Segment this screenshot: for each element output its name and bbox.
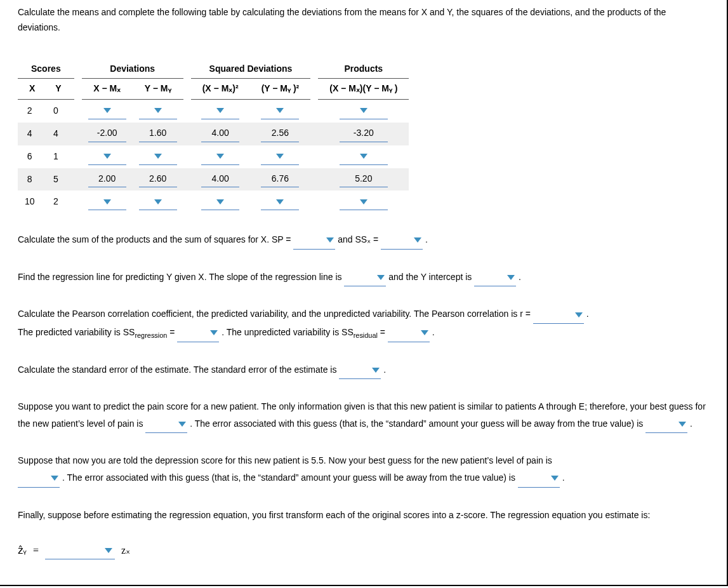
chevron-down-icon: [216, 199, 224, 204]
hdr-products: Products: [318, 58, 409, 79]
question-std-error: Calculate the standard error of the esti…: [18, 361, 709, 380]
question-zscore: Finally, suppose before estimating the r…: [18, 507, 709, 524]
chevron-down-icon: [103, 199, 111, 204]
chevron-down-icon: [105, 548, 112, 553]
chevron-down-icon: [154, 199, 162, 204]
chevron-down-icon: [575, 312, 583, 317]
dropdown-prod[interactable]: [340, 103, 388, 119]
dropdown-best-guess-2[interactable]: [18, 469, 60, 488]
dropdown-xmx[interactable]: [88, 194, 126, 210]
hdr-deviations: Deviations: [82, 58, 183, 79]
cell-x: 8: [18, 168, 44, 191]
cell-x: 10: [18, 190, 44, 213]
deviations-table: Scores Deviations Squared Deviations Pro…: [18, 58, 409, 214]
question-pearson: Calculate the Pearson correlation coeffi…: [18, 305, 709, 342]
dropdown-ymy2[interactable]: [261, 194, 299, 210]
chevron-down-icon: [216, 108, 224, 113]
chevron-down-icon: [421, 330, 428, 335]
table-row: 44-2.001.604.002.56-3.20: [18, 123, 409, 145]
col-ymy2: (Y − Mᵧ )²: [250, 79, 311, 100]
dropdown-r[interactable]: [533, 305, 584, 324]
cell-y: 4: [44, 123, 74, 145]
dropdown-prod[interactable]: 5.20: [340, 171, 388, 188]
dropdown-ymy2[interactable]: 6.76: [261, 171, 299, 188]
chevron-down-icon: [326, 237, 334, 243]
table-row: 61: [18, 145, 409, 168]
chevron-down-icon: [216, 154, 224, 159]
question-sp-ssx: Calculate the sum of the products and th…: [18, 231, 709, 250]
dropdown-intercept[interactable]: [474, 269, 516, 287]
dropdown-ymy2[interactable]: [261, 103, 299, 119]
chevron-down-icon: [154, 108, 162, 113]
dropdown-xmx2[interactable]: [201, 103, 239, 119]
chevron-down-icon: [51, 476, 58, 481]
chevron-down-icon: [360, 154, 367, 159]
dropdown-std-error[interactable]: [339, 361, 381, 380]
cell-x: 6: [18, 145, 44, 168]
cell-y: 1: [44, 145, 74, 168]
chevron-down-icon: [178, 422, 186, 427]
dropdown-xmx2[interactable]: [201, 194, 239, 210]
dropdown-xmx[interactable]: 2.00: [88, 171, 126, 188]
dropdown-prod[interactable]: [340, 149, 388, 165]
dropdown-ssreg[interactable]: [177, 324, 219, 342]
hdr-scores: Scores: [18, 58, 74, 79]
dropdown-ssx[interactable]: [381, 231, 423, 250]
col-x: X: [18, 79, 44, 100]
chevron-down-icon: [507, 275, 515, 280]
dropdown-error-1[interactable]: [645, 415, 687, 434]
question-predict-given-depression: Suppose that now you are told the depres…: [18, 452, 709, 487]
dropdown-ymy[interactable]: 2.60: [139, 171, 177, 188]
dropdown-best-guess-1[interactable]: [145, 415, 187, 434]
col-ymy: Y − Mᵧ: [133, 79, 183, 100]
dropdown-xmx2[interactable]: [201, 149, 239, 165]
z-equation: ẑᵧ = zₓ: [18, 541, 709, 559]
table-row: 102: [18, 190, 409, 213]
chevron-down-icon: [551, 476, 559, 481]
dropdown-xmx[interactable]: [88, 149, 126, 165]
dropdown-ymy2[interactable]: [261, 149, 299, 165]
dropdown-slope[interactable]: [344, 269, 386, 287]
col-xmx: X − Mₓ: [82, 79, 133, 100]
dropdown-prod[interactable]: [340, 194, 388, 210]
dropdown-prod[interactable]: -3.20: [340, 126, 388, 142]
chevron-down-icon: [210, 330, 218, 335]
question-predict-pain: Suppose you want to predict the pain sco…: [18, 398, 709, 433]
eq-rhs: zₓ: [121, 542, 130, 559]
col-xmx2: (X − Mₓ)²: [191, 79, 250, 100]
cell-y: 0: [44, 100, 74, 123]
chevron-down-icon: [414, 237, 421, 243]
dropdown-xmx[interactable]: -2.00: [88, 126, 126, 142]
chevron-down-icon: [678, 422, 686, 427]
chevron-down-icon: [372, 368, 380, 373]
dropdown-sp[interactable]: [293, 231, 335, 250]
chevron-down-icon: [360, 108, 367, 113]
chevron-down-icon: [103, 108, 111, 113]
eq-equals: =: [33, 542, 39, 559]
dropdown-ymy2[interactable]: 2.56: [261, 126, 299, 142]
cell-y: 2: [44, 190, 74, 213]
dropdown-ymy[interactable]: [139, 194, 177, 210]
dropdown-xmx2[interactable]: 4.00: [201, 126, 239, 142]
hdr-sqdev: Squared Deviations: [191, 58, 311, 79]
cell-x: 2: [18, 100, 44, 123]
question-regression-line: Find the regression line for predicting …: [18, 269, 709, 287]
dropdown-ssresid[interactable]: [388, 324, 430, 342]
chevron-down-icon: [377, 275, 385, 280]
chevron-down-icon: [276, 199, 284, 204]
dropdown-ymy[interactable]: [139, 149, 177, 165]
chevron-down-icon: [360, 199, 367, 204]
chevron-down-icon: [103, 154, 111, 159]
cell-y: 5: [44, 168, 74, 191]
eq-lhs: ẑᵧ: [18, 542, 27, 559]
dropdown-error-2[interactable]: [518, 469, 560, 488]
col-y: Y: [44, 79, 74, 100]
chevron-down-icon: [276, 154, 284, 159]
table-row: 852.002.604.006.765.20: [18, 168, 409, 191]
dropdown-xmx[interactable]: [88, 103, 126, 119]
col-prod: (X − Mₓ)(Y − Mᵧ ): [318, 79, 409, 100]
dropdown-xmx2[interactable]: 4.00: [201, 171, 239, 188]
dropdown-z-coef[interactable]: [45, 541, 115, 559]
dropdown-ymy[interactable]: 1.60: [139, 126, 177, 142]
dropdown-ymy[interactable]: [139, 103, 177, 119]
